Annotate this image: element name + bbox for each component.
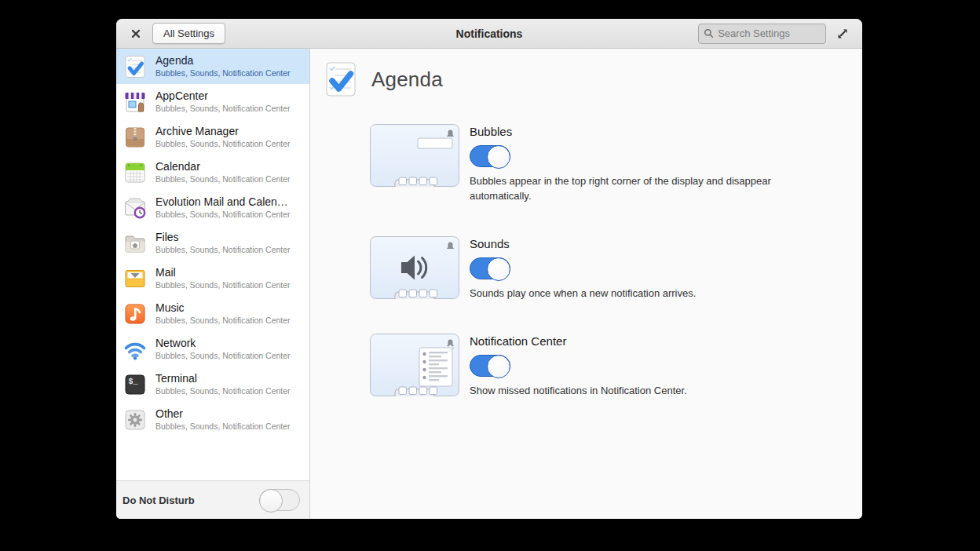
agenda-app-icon bbox=[122, 54, 148, 79]
sidebar-item-label: Agenda bbox=[155, 55, 291, 67]
sidebar-item-files[interactable]: Files Bubbles, Sounds, Notification Cent… bbox=[116, 225, 309, 261]
close-icon bbox=[130, 28, 141, 39]
sidebar-item-network[interactable]: Network Bubbles, Sounds, Notification Ce… bbox=[116, 331, 309, 367]
sidebar-item-subtitle: Bubbles, Sounds, Notification Center bbox=[155, 246, 291, 254]
sounds-illustration bbox=[369, 235, 460, 300]
bubbles-illustration bbox=[369, 123, 460, 188]
svg-text:$_: $_ bbox=[129, 378, 139, 386]
sidebar-item-agenda[interactable]: Agenda Bubbles, Sounds, Notification Cen… bbox=[116, 49, 309, 84]
sidebar-item-label: Music bbox=[155, 302, 291, 314]
sidebar-item-mail[interactable]: Mail Bubbles, Sounds, Notification Cente… bbox=[116, 261, 309, 296]
do-not-disturb-row: Do Not Disturb bbox=[116, 480, 309, 519]
sounds-section: Sounds Sounds play once when a new notif… bbox=[369, 235, 862, 301]
sidebar-item-subtitle: Bubbles, Sounds, Notification Center bbox=[155, 175, 291, 184]
sidebar-item-subtitle: Bubbles, Sounds, Notification Center bbox=[155, 69, 291, 78]
notification-center-toggle[interactable] bbox=[470, 355, 510, 377]
calendar-app-icon bbox=[122, 160, 148, 185]
sidebar-item-music[interactable]: Music Bubbles, Sounds, Notification Cent… bbox=[116, 296, 309, 331]
sidebar-item-calendar[interactable]: Calendar Bubbles, Sounds, Notification C… bbox=[116, 155, 309, 190]
app-list: Agenda Bubbles, Sounds, Notification Cen… bbox=[116, 49, 309, 480]
bubbles-section: Bubbles Bubbles appear in the top right … bbox=[369, 123, 862, 204]
bubbles-toggle[interactable] bbox=[470, 145, 510, 167]
expand-button[interactable] bbox=[832, 24, 853, 44]
mail-app-icon bbox=[122, 266, 148, 291]
desktop-background: All Settings Notifications bbox=[0, 0, 980, 551]
sidebar-item-subtitle: Bubbles, Sounds, Notification Center bbox=[155, 387, 291, 396]
page-title: Agenda bbox=[371, 68, 443, 92]
sidebar-item-label: Network bbox=[155, 338, 291, 349]
files-app-icon bbox=[122, 231, 148, 256]
sidebar-item-subtitle: Bubbles, Sounds, Notification Center bbox=[155, 140, 291, 148]
music-app-icon bbox=[122, 301, 148, 327]
sidebar-item-archive-manager[interactable]: Archive Manager Bubbles, Sounds, Notific… bbox=[116, 119, 309, 155]
sidebar-item-label: Calendar bbox=[155, 161, 291, 173]
sounds-toggle[interactable] bbox=[470, 257, 510, 279]
close-button[interactable] bbox=[126, 24, 146, 44]
other-app-icon bbox=[122, 407, 148, 432]
notification-center-illustration bbox=[369, 333, 460, 397]
sidebar-item-subtitle: Bubbles, Sounds, Notification Center bbox=[155, 210, 291, 219]
terminal-app-icon: $_ bbox=[122, 372, 148, 397]
settings-window: All Settings Notifications bbox=[116, 19, 862, 519]
all-settings-button[interactable]: All Settings bbox=[152, 23, 225, 44]
notification-center-section: Notification Center Show missed notifica… bbox=[369, 333, 862, 399]
sidebar-item-label: Files bbox=[155, 232, 291, 243]
sidebar-item-other[interactable]: Other Bubbles, Sounds, Notification Cent… bbox=[116, 402, 309, 437]
do-not-disturb-label: Do Not Disturb bbox=[122, 494, 195, 506]
sidebar-item-subtitle: Bubbles, Sounds, Notification Center bbox=[155, 104, 291, 113]
sidebar-item-subtitle: Bubbles, Sounds, Notification Center bbox=[155, 316, 291, 325]
sidebar-item-evolution[interactable]: Evolution Mail and Calen… Bubbles, Sound… bbox=[116, 190, 309, 225]
sidebar-item-subtitle: Bubbles, Sounds, Notification Center bbox=[155, 422, 291, 431]
sidebar-item-label: Other bbox=[155, 408, 291, 420]
bubbles-title: Bubbles bbox=[470, 125, 774, 138]
do-not-disturb-toggle[interactable] bbox=[259, 489, 300, 511]
sidebar-item-label: Mail bbox=[155, 267, 291, 279]
expand-icon bbox=[836, 27, 850, 41]
sidebar-item-appcenter[interactable]: AppCenter Bubbles, Sounds, Notification … bbox=[116, 84, 309, 119]
appcenter-app-icon bbox=[122, 89, 148, 115]
sidebar-item-label: Terminal bbox=[155, 373, 291, 385]
sounds-description: Sounds play once when a new notification… bbox=[470, 286, 696, 301]
network-app-icon bbox=[122, 337, 148, 362]
sidebar-item-terminal[interactable]: $_ Terminal Bubbles, Sounds, Notificatio… bbox=[116, 367, 309, 402]
titlebar: All Settings Notifications bbox=[116, 19, 862, 49]
app-sidebar: Agenda Bubbles, Sounds, Notification Cen… bbox=[116, 49, 310, 519]
search-icon bbox=[704, 27, 714, 39]
archive-manager-app-icon bbox=[122, 125, 148, 150]
notification-center-title: Notification Center bbox=[470, 334, 687, 348]
sidebar-item-label: Archive Manager bbox=[155, 126, 291, 137]
search-field[interactable] bbox=[698, 24, 826, 44]
notifications-panel: Agenda bbox=[310, 49, 862, 519]
sidebar-item-label: Evolution Mail and Calen… bbox=[155, 196, 291, 208]
search-input[interactable] bbox=[718, 27, 821, 39]
sidebar-item-subtitle: Bubbles, Sounds, Notification Center bbox=[155, 281, 291, 290]
app-header: Agenda bbox=[322, 60, 862, 98]
agenda-app-icon bbox=[322, 60, 360, 98]
sounds-title: Sounds bbox=[470, 237, 696, 250]
sidebar-item-subtitle: Bubbles, Sounds, Notification Center bbox=[155, 352, 291, 360]
notification-center-description: Show missed notifications in Notificatio… bbox=[470, 384, 687, 399]
evolution-app-icon bbox=[122, 195, 148, 221]
sidebar-item-label: AppCenter bbox=[155, 90, 291, 102]
bubbles-description: Bubbles appear in the top right corner o… bbox=[470, 174, 774, 204]
